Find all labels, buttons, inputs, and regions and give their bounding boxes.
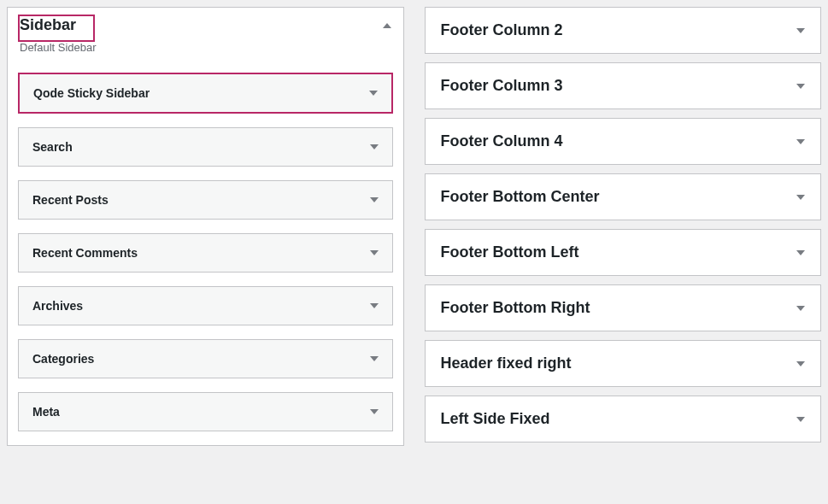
widget-archives[interactable]: Archives (18, 286, 393, 325)
caret-up-icon (383, 23, 391, 28)
widget-label: Meta (32, 405, 60, 419)
area-footer-column-3[interactable]: Footer Column 3 (425, 62, 822, 109)
area-title: Footer Column 4 (441, 132, 563, 150)
area-title: Footer Bottom Right (441, 299, 590, 317)
caret-down-icon (370, 197, 379, 202)
right-column: Footer Column 2 Footer Column 3 Footer C… (425, 7, 822, 456)
widget-meta[interactable]: Meta (18, 392, 393, 431)
sidebar-panel-title: Sidebar (20, 16, 76, 34)
caret-down-icon (796, 361, 805, 366)
widget-label: Categories (32, 352, 94, 366)
area-title: Left Side Fixed (441, 410, 550, 428)
caret-down-icon (796, 306, 805, 311)
caret-down-icon (370, 144, 379, 149)
widget-categories[interactable]: Categories (18, 339, 393, 378)
caret-down-icon (370, 356, 379, 361)
caret-down-icon (369, 91, 378, 96)
widget-label: Recent Posts (32, 193, 109, 207)
area-footer-bottom-left[interactable]: Footer Bottom Left (425, 229, 822, 276)
caret-down-icon (796, 250, 805, 255)
left-column: Sidebar Default Sidebar Qode Sticky Side… (7, 7, 404, 456)
caret-down-icon (370, 303, 379, 308)
widget-qode-sticky-sidebar[interactable]: Qode Sticky Sidebar (18, 73, 393, 114)
caret-down-icon (370, 250, 379, 255)
area-title: Header fixed right (441, 355, 572, 372)
caret-down-icon (370, 409, 379, 414)
sidebar-panel-header[interactable]: Sidebar (8, 8, 403, 43)
area-footer-bottom-center[interactable]: Footer Bottom Center (425, 173, 822, 220)
widget-label: Search (32, 140, 73, 154)
caret-down-icon (796, 28, 805, 33)
widget-label: Recent Comments (32, 246, 138, 260)
area-header-fixed-right[interactable]: Header fixed right (425, 340, 822, 387)
area-title: Footer Bottom Left (441, 243, 579, 261)
caret-down-icon (796, 195, 805, 200)
area-footer-column-4[interactable]: Footer Column 4 (425, 118, 822, 165)
area-left-side-fixed[interactable]: Left Side Fixed (425, 396, 822, 442)
area-footer-column-2[interactable]: Footer Column 2 (425, 7, 822, 54)
widgets-columns: Sidebar Default Sidebar Qode Sticky Side… (0, 0, 828, 463)
sidebar-panel-desc: Default Sidebar (8, 41, 403, 64)
sidebar-widget-list: Qode Sticky Sidebar Search Recent Posts … (8, 64, 403, 445)
widget-recent-comments[interactable]: Recent Comments (18, 233, 393, 273)
sidebar-panel: Sidebar Default Sidebar Qode Sticky Side… (7, 7, 404, 446)
area-title: Footer Column 2 (441, 21, 563, 39)
caret-down-icon (796, 139, 805, 144)
area-title: Footer Bottom Center (441, 188, 600, 206)
widget-label: Archives (32, 299, 83, 313)
widget-label: Qode Sticky Sidebar (33, 86, 150, 100)
caret-down-icon (796, 84, 805, 89)
widget-recent-posts[interactable]: Recent Posts (18, 180, 393, 220)
caret-down-icon (796, 417, 805, 422)
area-footer-bottom-right[interactable]: Footer Bottom Right (425, 284, 822, 331)
area-title: Footer Column 3 (441, 77, 563, 95)
widget-search[interactable]: Search (18, 127, 393, 167)
